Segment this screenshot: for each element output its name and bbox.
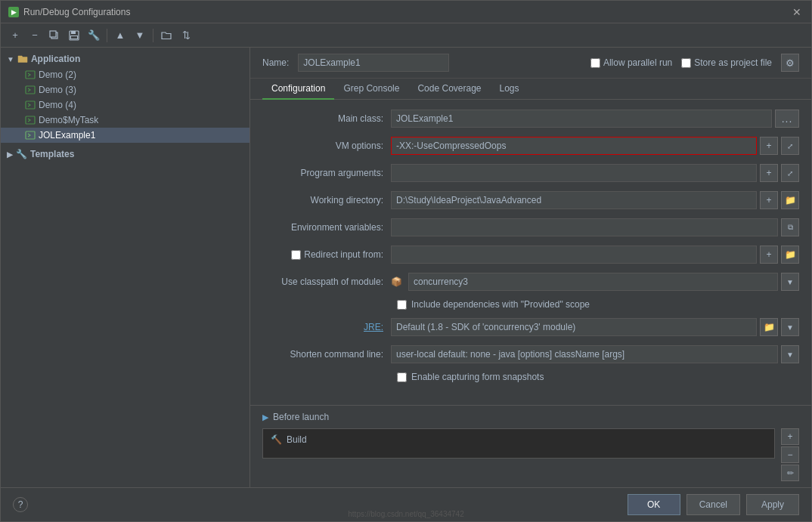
copy-config-button[interactable] — [46, 27, 63, 44]
classpath-module-dropdown-button[interactable]: ▼ — [781, 273, 799, 291]
save-config-button[interactable] — [66, 27, 82, 44]
app-item-icon — [25, 69, 36, 80]
allow-parallel-checkbox[interactable] — [590, 58, 600, 68]
redirect-folder-button[interactable]: 📁 — [781, 246, 799, 264]
name-input[interactable] — [298, 54, 449, 72]
toolbar: + − 🔧 ▲ ▼ ⇅ — [1, 23, 811, 48]
program-arguments-add-button[interactable]: + — [760, 164, 778, 182]
jre-folder-button[interactable]: 📁 — [760, 318, 778, 336]
include-dependencies-row: Include dependencies with "Provided" sco… — [262, 299, 799, 310]
name-bar: Name: Allow parallel run Store as projec… — [250, 48, 811, 79]
before-launch-header: ▶ Before launch — [262, 412, 799, 422]
before-launch-remove-button[interactable]: − — [781, 446, 799, 463]
redirect-input-row: Redirect input from: + 📁 — [262, 245, 799, 264]
expand-arrow-application: ▼ — [7, 55, 14, 63]
add-config-button[interactable]: + — [7, 27, 23, 44]
main-class-row: Main class: ... — [262, 109, 799, 128]
vm-options-expand-button[interactable]: ⤢ — [781, 137, 799, 155]
right-panel: Name: Allow parallel run Store as projec… — [250, 48, 811, 487]
working-directory-add-button[interactable]: + — [760, 191, 778, 209]
jre-label[interactable]: JRE: — [262, 322, 391, 332]
shorten-command-row: Shorten command line: ▼ — [262, 344, 799, 364]
folder-config-button[interactable] — [158, 27, 175, 44]
before-launch-section: ▶ Before launch 🔨 Build + — [250, 405, 811, 487]
store-as-project-text: Store as project file — [694, 57, 772, 68]
sidebar-item-jolexample1[interactable]: JOLExample1 — [1, 128, 249, 143]
env-variables-label: Environment variables: — [262, 222, 391, 233]
sidebar-item-demo3-label: Demo (3) — [39, 85, 76, 95]
before-launch-title: Before launch — [273, 412, 329, 422]
move-down-button[interactable]: ▼ — [132, 27, 148, 44]
program-arguments-label: Program arguments: — [262, 168, 391, 178]
sidebar-item-jolexample1-label: JOLExample1 — [39, 130, 95, 141]
jre-input[interactable] — [391, 318, 757, 336]
vm-options-row: VM options: + ⤢ — [262, 136, 799, 156]
enable-capturing-checkbox[interactable] — [397, 372, 407, 382]
vm-options-input[interactable] — [391, 137, 757, 155]
vm-options-add-button[interactable]: + — [760, 137, 778, 155]
jre-dropdown-button[interactable]: ▼ — [781, 318, 799, 336]
include-dependencies-label: Include dependencies with "Provided" sco… — [411, 299, 590, 310]
sidebar-item-demo4-label: Demo (4) — [39, 100, 76, 110]
classpath-module-label: Use classpath of module: — [262, 276, 391, 287]
close-button[interactable]: ✕ — [790, 5, 804, 19]
tab-grep-console[interactable]: Grep Console — [334, 79, 408, 100]
program-arguments-row: Program arguments: + ⤢ — [262, 163, 799, 183]
working-directory-folder-button[interactable]: 📁 — [781, 191, 799, 209]
tabs-bar: Configuration Grep Console Code Coverage… — [250, 79, 811, 100]
sidebar-item-demo2-label: Demo (2) — [39, 69, 76, 80]
watermark: https://blog.csdn.net/qq_36434742 — [1, 510, 811, 518]
tab-logs[interactable]: Logs — [491, 79, 528, 100]
sidebar-section-application[interactable]: ▼ Application — [1, 51, 249, 67]
working-directory-input[interactable] — [391, 191, 757, 209]
settings-config-button[interactable]: 🔧 — [85, 27, 102, 44]
sidebar-item-demomytask[interactable]: Demo$MyTask — [1, 113, 249, 128]
allow-parallel-label[interactable]: Allow parallel run — [590, 57, 672, 68]
working-directory-row: Working directory: + 📁 — [262, 190, 799, 210]
sidebar-section-templates[interactable]: ▶ 🔧 Templates — [1, 146, 249, 162]
sidebar-item-demomytask-label: Demo$MyTask — [39, 115, 98, 125]
before-launch-arrow[interactable]: ▶ — [262, 412, 268, 422]
gear-button[interactable]: ⚙ — [781, 54, 799, 72]
remove-config-button[interactable]: − — [26, 27, 43, 44]
classpath-module-input[interactable] — [408, 273, 778, 291]
before-launch-add-button[interactable]: + — [781, 428, 799, 445]
sidebar-item-demo3[interactable]: Demo (3) — [1, 82, 249, 97]
redirect-add-button[interactable]: + — [760, 246, 778, 264]
program-arguments-expand-button[interactable]: ⤢ — [781, 164, 799, 182]
templates-icon: 🔧 — [16, 149, 27, 159]
tab-configuration[interactable]: Configuration — [262, 79, 334, 100]
vm-options-label: VM options: — [262, 141, 391, 151]
config-panel: Main class: ... VM options: + ⤢ — [250, 100, 811, 405]
before-launch-edit-button[interactable]: ✏ — [781, 465, 799, 481]
include-dependencies-checkbox[interactable] — [397, 300, 407, 310]
svg-rect-1 — [50, 31, 56, 37]
shorten-command-dropdown-button[interactable]: ▼ — [781, 345, 799, 363]
shorten-command-input[interactable] — [391, 345, 778, 363]
svg-rect-5 — [71, 36, 77, 39]
redirect-input-field[interactable] — [391, 246, 757, 264]
build-hammer-icon: 🔨 — [271, 434, 282, 445]
store-as-project-checkbox[interactable] — [681, 58, 691, 68]
env-variables-copy-button[interactable]: ⧉ — [781, 218, 799, 236]
before-launch-build-item[interactable]: 🔨 Build — [266, 432, 771, 447]
app-item-icon-selected — [25, 130, 36, 141]
sidebar-section-templates-label: Templates — [30, 149, 74, 159]
sort-button[interactable]: ⇅ — [178, 27, 194, 44]
store-as-project-label[interactable]: Store as project file — [681, 57, 772, 68]
main-class-input[interactable] — [391, 110, 772, 128]
redirect-input-checkbox[interactable] — [291, 250, 301, 260]
move-up-button[interactable]: ▲ — [112, 27, 129, 44]
before-launch-list: 🔨 Build — [262, 428, 775, 459]
tab-code-coverage[interactable]: Code Coverage — [408, 79, 490, 100]
enable-capturing-row: Enable capturing form snapshots — [262, 372, 799, 382]
sidebar-item-demo4[interactable]: Demo (4) — [1, 97, 249, 113]
program-arguments-input[interactable] — [391, 164, 757, 182]
jre-row: JRE: 📁 ▼ — [262, 317, 799, 337]
title-bar: ▶ Run/Debug Configurations ✕ — [1, 1, 811, 23]
working-directory-label: Working directory: — [262, 195, 391, 205]
sidebar-item-demo2[interactable]: Demo (2) — [1, 67, 249, 82]
main-class-dots-button[interactable]: ... — [775, 110, 799, 128]
allow-parallel-text: Allow parallel run — [603, 57, 672, 68]
env-variables-input[interactable] — [391, 218, 778, 236]
